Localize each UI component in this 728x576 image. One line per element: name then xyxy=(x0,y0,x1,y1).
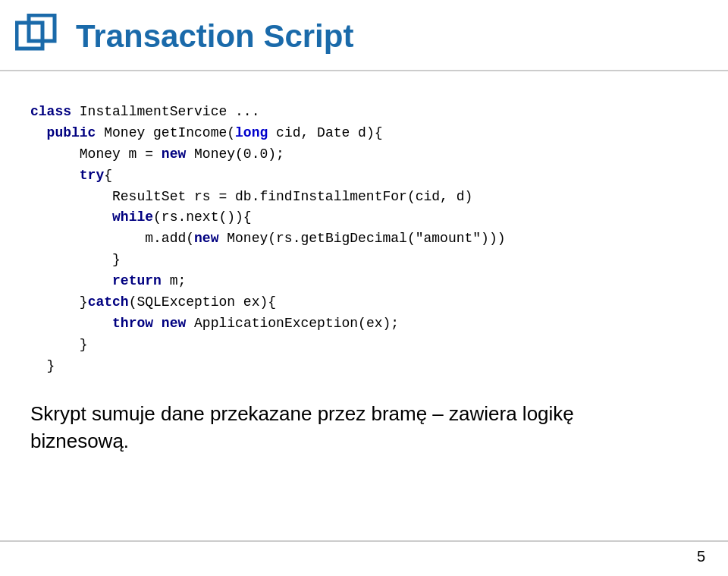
page-number: 5 xyxy=(697,548,705,565)
code-line-7: m.add(new Money(rs.getBigDecimal("amount… xyxy=(30,228,698,250)
code-line-11: throw new ApplicationException(ex); xyxy=(30,313,698,335)
code-line-13: } xyxy=(30,356,698,377)
code-line-10: }catch(SQLException ex){ xyxy=(30,292,698,313)
code-line-3: Money m = new Money(0.0); xyxy=(30,144,698,165)
description-line-2: biznesową. xyxy=(30,427,698,455)
code-block: class InstallmentService ... public Mone… xyxy=(30,102,698,377)
code-line-4: try{ xyxy=(30,165,698,187)
bottom-divider xyxy=(0,540,728,542)
code-line-9: return m; xyxy=(30,271,698,292)
slide-title: Transaction Script xyxy=(76,18,353,55)
slide-content: class InstallmentService ... public Mone… xyxy=(0,71,728,470)
code-line-5: ResultSet rs = db.findInstallmentFor(cid… xyxy=(30,187,698,208)
code-line-6: while(rs.next()){ xyxy=(30,207,698,228)
code-line-2: public Money getIncome(long cid, Date d)… xyxy=(30,123,698,144)
slide-header: Transaction Script xyxy=(0,0,728,71)
logo-icon xyxy=(15,14,61,59)
code-line-8: } xyxy=(30,250,698,271)
code-line-1: class InstallmentService ... xyxy=(30,102,698,123)
code-line-12: } xyxy=(30,335,698,356)
description-line-1: Skrypt sumuje dane przekazane przez bram… xyxy=(30,400,698,427)
description-text: Skrypt sumuje dane przekazane przez bram… xyxy=(30,400,698,455)
